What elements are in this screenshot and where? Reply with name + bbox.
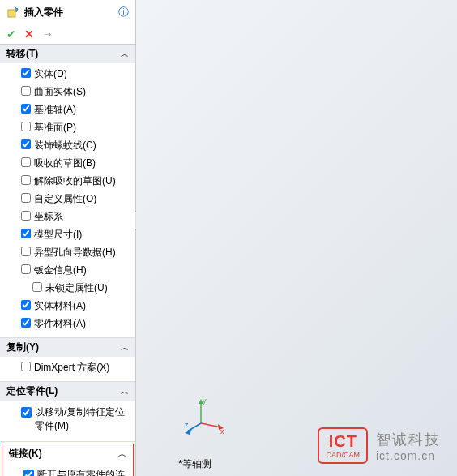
option-label: 实体材料(A)	[34, 298, 86, 313]
option-row: 断开与原有零件的连接(R)	[2, 465, 133, 476]
watermark-logo: ICT CAD/CAM 智诚科技 ict.com.cn	[318, 427, 441, 464]
logo-text: 智诚科技 ict.com.cn	[376, 430, 441, 462]
option-row: 实体材料(A)	[0, 297, 135, 315]
option-checkbox[interactable]	[21, 211, 31, 221]
view-status: *等轴测	[178, 457, 211, 471]
option-checkbox[interactable]	[21, 175, 31, 185]
section-link: 链接(K) ︿ 断开与原有零件的连接(R)	[2, 444, 133, 476]
option-row: 曲面实体(S)	[0, 83, 135, 101]
option-checkbox[interactable]	[21, 68, 31, 78]
option-checkbox[interactable]	[21, 229, 31, 238]
view-triad-icon: y x z	[185, 395, 225, 435]
svg-rect-0	[8, 10, 15, 17]
option-row: 未锁定属性(U)	[0, 279, 135, 297]
section-transfer: 转移(T) ︿ 实体(D)曲面实体(S)基准轴(A)基准面(P)装饰螺蚊线(C)…	[0, 45, 135, 338]
svg-text:y: y	[203, 397, 207, 405]
pin-button[interactable]: →	[42, 28, 53, 41]
collapse-icon: ︿	[121, 49, 129, 60]
section-locate-header[interactable]: 定位零件(L) ︿	[0, 382, 135, 401]
action-bar: ✔ ✕ →	[0, 24, 135, 45]
ok-button[interactable]: ✔	[6, 28, 16, 41]
option-checkbox[interactable]	[23, 470, 34, 476]
help-icon[interactable]: ⓘ	[118, 5, 129, 19]
collapse-icon: ︿	[121, 386, 129, 397]
option-row: 坐标系	[0, 208, 135, 225]
option-row: 以移动/复制特征定位零件(M)	[0, 402, 135, 436]
option-label: 未锁定属性(U)	[45, 281, 108, 295]
panel-title: 插入零件	[24, 6, 113, 19]
section-locate: 定位零件(L) ︿ 以移动/复制特征定位零件(M)	[0, 382, 135, 442]
option-checkbox[interactable]	[21, 362, 31, 371]
section-copy-title: 复制(Y)	[6, 341, 39, 354]
option-label: DimXpert 方案(X)	[34, 360, 109, 375]
insert-part-icon	[6, 6, 19, 19]
option-checkbox[interactable]	[21, 104, 31, 114]
collapse-icon: ︿	[118, 448, 126, 460]
section-link-header[interactable]: 链接(K) ︿	[2, 444, 133, 463]
option-label: 自定义属性(O)	[34, 191, 96, 206]
collapse-icon: ︿	[121, 342, 129, 354]
option-label: 基准轴(A)	[34, 102, 76, 117]
property-panel: 插入零件 ⓘ ✔ ✕ → 转移(T) ︿ 实体(D)曲面实体(S)基准轴(A)基…	[0, 0, 136, 476]
svg-line-7	[187, 423, 201, 431]
option-row: 零件材料(A)	[0, 315, 135, 332]
logo-cn: 智诚科技	[376, 430, 441, 449]
section-transfer-title: 转移(T)	[6, 47, 38, 61]
option-checkbox[interactable]	[21, 300, 31, 310]
option-row: 自定义属性(O)	[0, 190, 135, 208]
option-checkbox[interactable]	[21, 139, 31, 149]
option-label: 异型孔向导数据(H)	[34, 245, 116, 259]
option-label: 吸收的草图(B)	[34, 156, 96, 170]
section-transfer-header[interactable]: 转移(T) ︿	[0, 45, 135, 63]
logo-en: ict.com.cn	[376, 449, 441, 462]
svg-text:z: z	[185, 421, 189, 429]
logo-badge-sub: CAD/CAM	[326, 451, 360, 459]
option-row: 解除吸收的草图(U)	[0, 172, 135, 190]
logo-badge-main: ICT	[326, 432, 360, 451]
option-row: 模型尺寸(I)	[0, 225, 135, 243]
option-row: DimXpert 方案(X)	[0, 358, 135, 376]
option-label: 实体(D)	[34, 66, 67, 81]
section-locate-title: 定位零件(L)	[6, 384, 58, 398]
svg-marker-8	[185, 429, 192, 435]
option-label: 解除吸收的草图(U)	[34, 174, 116, 188]
option-label: 模型尺寸(I)	[34, 227, 82, 242]
option-label: 坐标系	[34, 209, 63, 224]
option-label: 曲面实体(S)	[34, 84, 86, 99]
graphics-viewport[interactable]: y x z *等轴测 ICT CAD/CAM 智诚科技 ict.com.cn	[136, 0, 457, 476]
option-row: 实体(D)	[0, 65, 135, 83]
logo-badge: ICT CAD/CAM	[318, 427, 368, 464]
svg-text:x: x	[220, 427, 224, 435]
option-checkbox[interactable]	[21, 122, 31, 131]
option-label: 零件材料(A)	[34, 316, 86, 331]
option-row: 基准轴(A)	[0, 101, 135, 118]
option-checkbox[interactable]	[21, 264, 31, 274]
option-checkbox[interactable]	[21, 193, 31, 203]
option-row: 基准面(P)	[0, 118, 135, 136]
option-row: 异型孔向导数据(H)	[0, 243, 135, 261]
option-checkbox[interactable]	[32, 282, 42, 292]
option-checkbox[interactable]	[21, 407, 32, 418]
option-checkbox[interactable]	[21, 247, 31, 256]
section-copy: 复制(Y) ︿ DimXpert 方案(X)	[0, 338, 135, 382]
panel-header: 插入零件 ⓘ	[0, 0, 135, 24]
option-label: 基准面(P)	[34, 120, 76, 135]
option-row: 装饰螺蚊线(C)	[0, 136, 135, 154]
option-label: 以移动/复制特征定位零件(M)	[35, 405, 129, 433]
highlighted-sections: 链接(K) ︿ 断开与原有零件的连接(R) 视觉属性 ︿ 从原始零件延伸(G)	[2, 444, 134, 476]
option-row: 钣金信息(H)	[0, 261, 135, 279]
option-label: 装饰螺蚊线(C)	[34, 138, 96, 152]
option-row: 吸收的草图(B)	[0, 154, 135, 172]
section-link-title: 链接(K)	[9, 447, 42, 461]
option-checkbox[interactable]	[21, 318, 31, 328]
option-label: 钣金信息(H)	[34, 263, 87, 277]
cancel-button[interactable]: ✕	[24, 28, 34, 41]
section-copy-header[interactable]: 复制(Y) ︿	[0, 338, 135, 357]
option-checkbox[interactable]	[21, 86, 31, 96]
option-label: 断开与原有零件的连接(R)	[37, 468, 126, 476]
option-checkbox[interactable]	[21, 157, 31, 167]
